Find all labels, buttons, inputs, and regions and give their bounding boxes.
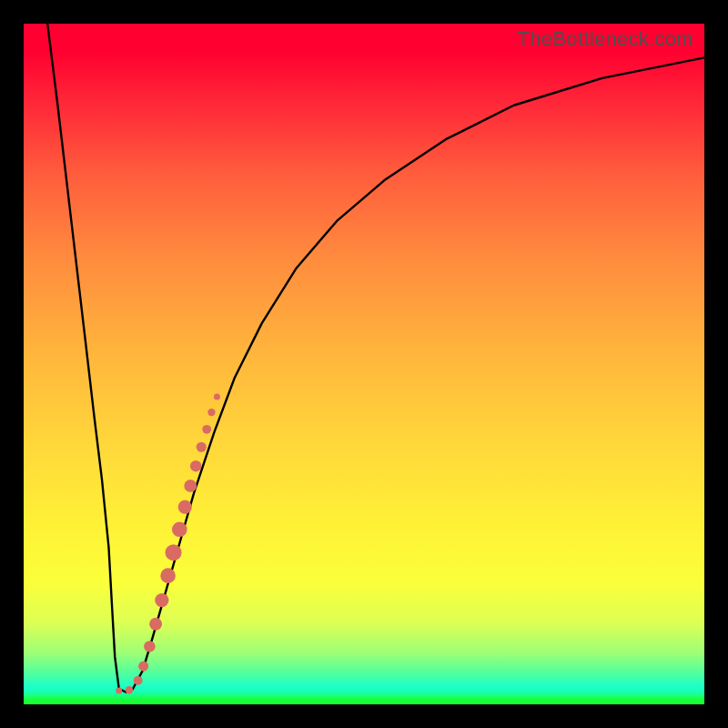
marker-point [126, 686, 133, 693]
marker-point [207, 409, 215, 416]
marker-point [166, 544, 182, 561]
plot-area: TheBottleneck.com [24, 24, 704, 704]
marker-point [197, 442, 207, 452]
marker-point [184, 480, 197, 492]
marker-point [144, 641, 156, 652]
marker-series [116, 393, 220, 693]
marker-point [160, 568, 176, 583]
marker-point [138, 662, 148, 672]
marker-point [202, 425, 211, 434]
bottleneck-curve [47, 24, 704, 693]
marker-point [190, 460, 202, 472]
chart-overlay [24, 24, 704, 704]
marker-point [149, 618, 162, 631]
marker-point [134, 676, 143, 685]
chart-frame: TheBottleneck.com [0, 0, 728, 728]
marker-point [155, 593, 168, 607]
marker-point [116, 688, 122, 694]
marker-point [214, 393, 220, 399]
marker-point [172, 521, 187, 537]
marker-point [178, 500, 192, 513]
